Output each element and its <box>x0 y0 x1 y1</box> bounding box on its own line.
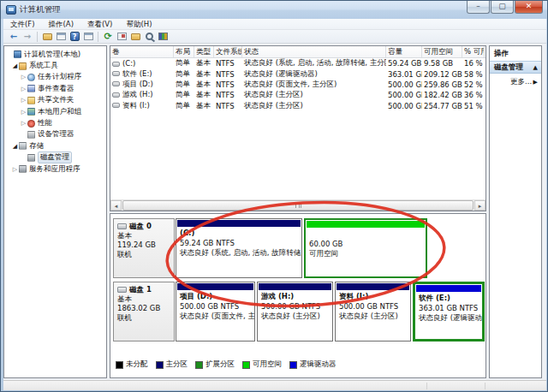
toolbar: ← → ? ⟳ <box>3 30 546 44</box>
maximize-button[interactable]: ▢ <box>491 1 514 14</box>
tree-item-system-tools[interactable]: ◢系统工具 <box>4 60 106 71</box>
primary-partition-bar <box>259 283 331 290</box>
volume-icon <box>112 103 120 108</box>
col-free-space[interactable]: 可用空间 <box>422 46 462 57</box>
device-manager-icon <box>27 131 35 139</box>
forward-icon[interactable]: → <box>21 31 34 43</box>
console-window-icon[interactable] <box>81 31 95 43</box>
volume-icon <box>112 62 120 67</box>
show-console-tree-icon[interactable] <box>54 31 68 43</box>
views-icon[interactable] <box>156 31 170 43</box>
logical-drive-bar <box>416 285 481 292</box>
services-icon <box>19 165 27 173</box>
main-area: 计算机管理(本地) ◢系统工具 ▷任务计划程序 ▷事件查看器 ▷共享文件夹 ▷本… <box>3 44 546 380</box>
scroll-right-icon[interactable]: ▸ <box>474 200 485 211</box>
actions-title: 操作 <box>490 46 541 61</box>
tree-item-disk-management[interactable]: 磁盘管理 <box>4 152 106 163</box>
col-capacity[interactable]: 容量 <box>386 46 422 57</box>
minimize-button[interactable]: – <box>467 1 490 14</box>
col-layout[interactable]: 布局 <box>174 46 194 57</box>
menu-view[interactable]: 查看(V) <box>80 19 119 29</box>
col-filesystem[interactable]: 文件系统 <box>214 46 242 57</box>
disk0-label[interactable]: 磁盘 0 基本 119.24 GB 联机 <box>113 218 175 278</box>
disk-icon <box>117 287 127 293</box>
menu-action[interactable]: 操作(A) <box>42 19 80 29</box>
tree-item-event-viewer[interactable]: ▷事件查看器 <box>4 83 106 94</box>
tree-item-local-users-groups[interactable]: ▷本地用户和组 <box>4 106 106 117</box>
submenu-arrow-icon: ▶ <box>533 79 538 86</box>
performance-icon <box>27 120 35 128</box>
table-row[interactable]: 项目 (D:) 简单基本 NTFS状态良好 (页面文件, 主分区) 500.00… <box>110 80 485 90</box>
tree-item-services-applications[interactable]: ▷服务和应用程序 <box>4 163 106 175</box>
status-bar <box>3 380 546 390</box>
volume-list-panel: 卷 布局 类型 文件系统 状态 容量 可用空间 % 可用 (C:) 简单基本 N… <box>110 45 486 211</box>
search-icon[interactable] <box>142 31 156 43</box>
tree-item-storage[interactable]: ◢存储 <box>4 140 106 151</box>
event-viewer-icon <box>27 85 35 92</box>
properties-icon[interactable] <box>115 31 128 43</box>
tree-item-computer-management[interactable]: 计算机管理(本地) <box>4 49 106 60</box>
collapse-icon[interactable]: ▲ <box>533 64 538 71</box>
volume-icon <box>112 81 120 86</box>
legend-unallocated-swatch <box>116 361 123 369</box>
actions-group-disk-management[interactable]: 磁盘管理 ▲ <box>490 61 541 74</box>
table-row[interactable]: 游戏 (H:) 简单基本 NTFS状态良好 (主分区) 500.00 GB182… <box>110 90 485 100</box>
partition-free-space[interactable]: 60.00 GB 可用空间 <box>304 218 427 278</box>
system-tools-icon <box>19 62 27 70</box>
close-button[interactable]: ✕ <box>515 1 543 14</box>
window-title: 计算机管理 <box>20 4 61 15</box>
col-pct-free[interactable]: % 可用 <box>462 46 485 57</box>
partition-h[interactable]: 游戏 (H:) 500.00 GB NTFS 状态良好 (主分区) <box>257 282 333 342</box>
primary-partition-bar <box>337 283 409 290</box>
menu-file[interactable]: 文件(F) <box>3 19 42 29</box>
horizontal-scrollbar[interactable]: ◂ ▸ <box>110 199 485 211</box>
menu-bar: 文件(F) 操作(A) 查看(V) 帮助(H) <box>3 19 546 30</box>
scroll-left-icon[interactable]: ◂ <box>110 200 122 211</box>
users-icon <box>27 108 35 116</box>
scrollbar-thumb[interactable] <box>122 200 474 211</box>
legend: 未分配 主分区 扩展分区 可用空间 逻辑驱动器 <box>116 359 344 370</box>
partition-e[interactable]: 软件 (E:) 363.01 GB NTFS 状态良好 (逻辑驱动器) <box>413 282 485 342</box>
disk-graphical-panel: 磁盘 0 基本 119.24 GB 联机 (C:) 59.24 GB NTFS … <box>110 213 486 378</box>
computer-icon <box>14 50 21 58</box>
free-space-bar <box>307 221 425 228</box>
tree-item-device-manager[interactable]: 设备管理器 <box>4 129 106 140</box>
partition-d[interactable]: 项目 (D:) 500.00 GB NTFS 状态良好 (页面文件, 主分区) <box>176 282 255 342</box>
primary-partition-bar <box>177 220 301 227</box>
app-icon <box>6 5 16 15</box>
col-volume[interactable]: 卷 <box>110 46 174 57</box>
disk1-label[interactable]: 磁盘 1 基本 1863.02 GB 联机 <box>113 282 175 342</box>
legend-free-space-swatch <box>242 361 250 369</box>
console-tree: 计算机管理(本地) ◢系统工具 ▷任务计划程序 ▷事件查看器 ▷共享文件夹 ▷本… <box>3 45 107 378</box>
tree-item-task-scheduler[interactable]: ▷任务计划程序 <box>4 72 106 83</box>
partition-i[interactable]: 资料 (I:) 500.00 GB NTFS 状态良好 (主分区) <box>335 282 411 342</box>
shared-folders-icon <box>27 97 35 104</box>
legend-extended-swatch <box>195 361 203 369</box>
back-icon[interactable]: ← <box>7 31 21 43</box>
volume-icon <box>112 92 120 98</box>
tree-item-shared-folders[interactable]: ▷共享文件夹 <box>4 95 106 106</box>
tree-item-performance[interactable]: ▷性能 <box>4 117 106 128</box>
refresh-icon[interactable]: ⟳ <box>101 31 115 43</box>
export-list-icon[interactable] <box>40 31 54 43</box>
col-type[interactable]: 类型 <box>194 46 214 57</box>
open-folder-icon[interactable] <box>128 31 142 43</box>
legend-logical-swatch <box>289 361 297 369</box>
disk-icon <box>117 223 127 229</box>
menu-help[interactable]: 帮助(H) <box>119 19 158 29</box>
legend-primary-swatch <box>156 361 164 369</box>
task-scheduler-icon <box>27 74 35 81</box>
partition-c[interactable]: (C:) 59.24 GB NTFS 状态良好 (系统, 启动, 活动, 故障转… <box>176 218 302 278</box>
help-icon[interactable]: ? <box>68 31 81 43</box>
table-row[interactable]: 资料 (I:) 简单基本 NTFS状态良好 (主分区) 500.00 GB254… <box>110 101 485 111</box>
disk-management-icon <box>27 154 35 162</box>
table-row[interactable]: (C:) 简单基本 NTFS状态良好 (系统, 启动, 活动, 故障转储, 主分… <box>110 58 485 68</box>
volume-icon <box>112 71 120 76</box>
toolbar-separator <box>98 32 98 42</box>
computer-management-window: 计算机管理 – ▢ ✕ 文件(F) 操作(A) 查看(V) 帮助(H) ← → … <box>0 0 548 392</box>
storage-icon <box>19 142 27 150</box>
more-actions-item[interactable]: 更多... ▶ <box>490 74 541 87</box>
table-row[interactable]: 软件 (E:) 简单基本 NTFS状态良好 (逻辑驱动器) 363.01 GB2… <box>110 68 485 79</box>
toolbar-separator <box>37 32 38 42</box>
col-status[interactable]: 状态 <box>242 46 386 57</box>
